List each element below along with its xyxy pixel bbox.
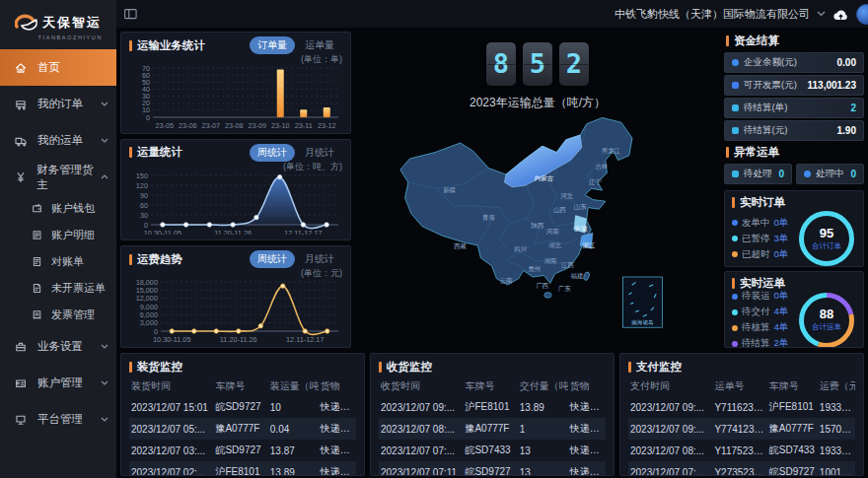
sidebar-subitem[interactable]: 未开票运单: [0, 275, 116, 302]
monitor-tables-row: 装货监控装货时间车牌号装运量（吨/方）货物2023/12/07 15:01皖SD…: [120, 353, 864, 476]
balance-icon: [732, 59, 739, 66]
svg-text:12.11-12.17: 12.11-12.17: [286, 335, 324, 342]
sidebar-item-label: 我的运单: [37, 133, 83, 148]
table-cell: 2023/12/07 08:...: [379, 418, 463, 440]
counter-digit: 5: [523, 42, 552, 86]
table-row[interactable]: 2023/12/07 07:11皖SD972713快递包裹...: [379, 461, 606, 476]
sidebar-item[interactable]: 业务设置: [0, 328, 116, 365]
legend-label: 待核算: [742, 321, 770, 334]
legend-count: 0单: [774, 290, 789, 303]
table-row[interactable]: 2023/12/07 05:...豫A0777F0.04快递包裹...: [129, 418, 356, 440]
map-label: 新疆: [443, 186, 456, 193]
sidebar-item[interactable]: 我的运单: [0, 122, 116, 159]
sidebar-item[interactable]: 账户管理: [0, 365, 116, 401]
invoice-avail-icon: [732, 82, 739, 89]
stat-value: 0.00: [837, 57, 856, 68]
table-header: 交付量（吨/方）: [518, 376, 568, 396]
sidebar-item[interactable]: 首页: [0, 49, 116, 86]
stat-row[interactable]: 处理中0: [796, 164, 864, 184]
map-label: 山西: [553, 206, 566, 214]
table-row[interactable]: 2023/12/07 09:...Y7741231...豫A0777F1570.…: [628, 418, 855, 440]
legend-item: 待结算2单: [732, 337, 797, 348]
stat-row[interactable]: 待结算(单)2: [724, 98, 864, 118]
map-region-hainan[interactable]: [544, 293, 551, 299]
table-row[interactable]: 2023/12/07 03:...皖SD972713.87快递包裹...: [129, 440, 356, 461]
map-label: 湖北: [548, 241, 561, 249]
map-mainland[interactable]: [400, 117, 632, 298]
svg-text:60: 60: [140, 200, 148, 209]
svg-text:12,000: 12,000: [136, 295, 158, 304]
table-row[interactable]: 2023/12/07 09:...沪FE810113.89快递包裹...: [379, 396, 606, 418]
sidebar-item[interactable]: 财务管理货主: [0, 159, 116, 195]
table-cell: 2023/12/07 09:...: [628, 418, 712, 440]
avatar[interactable]: [856, 4, 868, 25]
stat-row[interactable]: 待处理0: [724, 164, 792, 184]
topbar: 中铁飞豹快线（天津）国际物流有限公司: [116, 0, 868, 28]
table-header: 装运量（吨/方）: [268, 376, 319, 396]
tab-month-stats[interactable]: 月统计: [297, 250, 342, 268]
map-label: 河北: [560, 192, 573, 200]
tab-waybill-count[interactable]: 运单量: [297, 36, 342, 54]
sidebar-subitem-label: 发票管理: [51, 307, 95, 322]
counter-caption: 2023年运输总量（吨/方）: [470, 95, 606, 111]
cloud-upload-icon[interactable]: [832, 8, 849, 21]
stat-row[interactable]: 可开发票(元)113,001.23: [724, 75, 864, 96]
panel-title: 资金结算: [734, 34, 779, 48]
svg-text:23-05: 23-05: [155, 121, 174, 128]
table-row[interactable]: 2023/12/07 15:01皖SD972710快递包裹...: [129, 396, 356, 418]
wallet-icon: [32, 203, 43, 215]
table-row[interactable]: 2023/12/07 08:...Y1175231...皖SD74331933.…: [628, 440, 855, 461]
map-label: 内蒙古: [535, 174, 554, 182]
table-cell: 13.87: [268, 440, 319, 461]
map-label: 湖南: [543, 257, 556, 264]
sidebar-subitem[interactable]: 对账单: [0, 248, 116, 275]
tab-month-stats[interactable]: 月统计: [297, 144, 342, 162]
panel-title: 异常运单: [734, 145, 779, 160]
svg-text:120: 120: [136, 180, 148, 189]
sidebar-item-label: 我的订单: [37, 97, 83, 111]
map-label: 山东: [574, 203, 587, 210]
table-row[interactable]: 2023/12/07 08:...豫A0777F1快递包裹...: [379, 418, 606, 440]
chevron-down-icon[interactable]: [817, 11, 826, 17]
collapse-menu-icon[interactable]: [124, 8, 137, 20]
stat-row[interactable]: 企业余额(元)0.00: [724, 52, 864, 73]
sidebar-subitem-label: 账户钱包: [51, 201, 95, 216]
monitor-table: 收货时间车牌号交付量（吨/方）货物2023/12/07 09:...沪FE810…: [379, 376, 606, 476]
panel-accent-bar: [129, 362, 132, 373]
sidebar-subitem[interactable]: 账户明细: [0, 222, 116, 248]
sidebar-subitem[interactable]: 账户钱包: [0, 195, 116, 222]
legend-label: 待装运: [742, 290, 770, 303]
panel-装货监控: 装货监控装货时间车牌号装运量（吨/方）货物2023/12/07 15:01皖SD…: [120, 353, 365, 476]
table-header: 车牌号: [463, 376, 517, 396]
table-cell: 2023/12/07 07:...: [628, 461, 712, 476]
table-row[interactable]: 2023/12/07 07:...Y2735231...皖SD97271001.…: [628, 461, 855, 476]
sidebar-item[interactable]: 平台管理: [0, 401, 116, 438]
table-cell: 2023/12/07 07:...: [379, 440, 463, 461]
table-cell: 快递包裹...: [319, 418, 356, 440]
company-name[interactable]: 中铁飞豹快线（天津）国际物流有限公司: [615, 7, 810, 22]
line-chart: 03,0006,0009,00012,00015,00018,00010.30-…: [129, 278, 342, 342]
table-cell: 2023/12/07 05:...: [129, 418, 213, 440]
chart-unit: (单位：吨、方): [129, 161, 342, 171]
dashboard: 运输业务统计 订单量 运单量 (单位：单) 01020304050607023-…: [116, 28, 868, 478]
stat-label: 可开发票(元): [744, 79, 797, 92]
table-cell: 13: [518, 440, 568, 461]
table-row[interactable]: 2023/12/07 02:...沪FE810113.89快递包裹...: [129, 461, 356, 476]
stat-row[interactable]: 待结算(元)1.90: [724, 120, 864, 141]
panel-支付监控: 支付监控支付时间运单号车牌号运费（元）2023/12/07 09:...Y711…: [619, 353, 864, 476]
waybills-legend: 待装运0单待交付4单待核算4单待结算2单: [732, 290, 797, 348]
tab-week-stats[interactable]: 周统计: [250, 144, 295, 162]
sidebar-item-label: 首页: [37, 60, 60, 75]
table-row[interactable]: 2023/12/07 09:...Y7116231...沪FE81011933.…: [628, 396, 855, 418]
map-region-taiwan[interactable]: [583, 271, 591, 281]
legend-label: 已暂停: [742, 233, 770, 245]
chevron-down-icon: [101, 344, 108, 349]
table-row[interactable]: 2023/12/07 07:...皖SD743313快递包裹...: [379, 440, 606, 461]
table-cell: 快递包裹...: [568, 461, 606, 476]
tab-order-count[interactable]: 订单量: [250, 36, 295, 54]
tab-week-stats[interactable]: 周统计: [250, 250, 295, 268]
sidebar-item[interactable]: 我的订单: [0, 86, 116, 122]
table-cell: 2023/12/07 03:...: [129, 440, 213, 461]
sidebar-subitem[interactable]: 发票管理: [0, 302, 116, 328]
orders-legend: 发单中0单已暂停3单已超时0单: [732, 217, 797, 261]
